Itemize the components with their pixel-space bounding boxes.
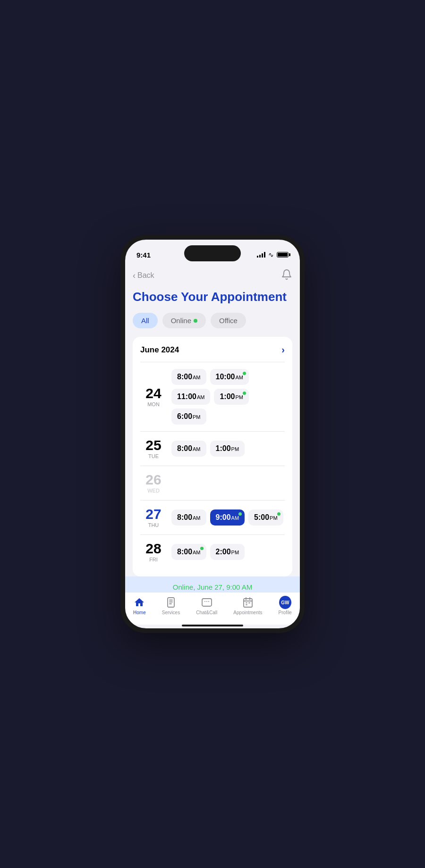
filter-tab-all[interactable]: All <box>133 313 158 328</box>
tab-appointments-label: Appointments <box>233 610 262 615</box>
tab-profile[interactable]: GW Profile <box>279 596 292 615</box>
online-dot-fri-800 <box>200 547 204 550</box>
filter-tab-office[interactable]: Office <box>211 313 246 328</box>
slots-grid-fri: 8:00 AM 2:00 PM <box>171 544 285 560</box>
filter-tab-online[interactable]: Online <box>162 313 206 328</box>
tab-profile-label: Profile <box>279 610 292 615</box>
time-slot-tue-100pm[interactable]: 1:00 PM <box>210 441 245 457</box>
time-slot-mon-800am[interactable]: 8:00 AM <box>171 369 206 385</box>
calendar-card: June 2024 › 24 MON 8:00 AM <box>133 337 292 576</box>
slots-grid-thu: 8:00 AM 9:00 AM <box>171 509 285 526</box>
day-row-wed: 26 WED <box>140 466 285 501</box>
time-slot-fri-200pm[interactable]: 2:00 PM <box>210 544 245 560</box>
selected-appointment-info: Online, June 27, 9:00 AM <box>133 583 292 591</box>
dynamic-island <box>184 245 241 261</box>
nav-header: ‹ Back <box>133 265 292 290</box>
bell-icon[interactable] <box>281 269 292 282</box>
time-slot-fri-800am[interactable]: 8:00 AM <box>171 544 206 560</box>
avatar: GW <box>279 596 291 609</box>
time-slot-mon-1000am[interactable]: 10:00 AM <box>210 369 249 385</box>
time-slot-thu-900am[interactable]: 9:00 AM <box>210 509 245 526</box>
time-slot-mon-100pm[interactable]: 1:00 PM <box>214 389 249 405</box>
page-title: Choose Your Appointment <box>133 290 292 304</box>
day-label-28: 28 FRI <box>140 542 167 562</box>
day-row-thu: 27 THU 8:00 AM 9:00 <box>140 501 285 535</box>
day-label-27: 27 THU <box>140 507 167 528</box>
time-slot-tue-800am[interactable]: 8:00 AM <box>171 441 206 457</box>
tab-home[interactable]: Home <box>133 596 146 615</box>
status-icons: ∿ <box>257 251 289 259</box>
battery-icon <box>277 252 289 258</box>
back-label: Back <box>137 271 154 280</box>
online-dot-thu-900 <box>238 512 242 516</box>
main-content: ‹ Back Choose Your Appointment All <box>125 265 300 592</box>
day-label-24: 24 MON <box>140 386 167 407</box>
svg-rect-8 <box>244 599 252 607</box>
time-slot-thu-800am[interactable]: 8:00 AM <box>171 509 206 526</box>
tab-services[interactable]: Services <box>162 596 180 615</box>
tab-chatcall-label: Chat&Call <box>196 610 217 615</box>
time-slot-mon-600pm[interactable]: 6:00 PM <box>171 409 206 425</box>
status-time: 9:41 <box>136 251 151 259</box>
tab-home-label: Home <box>133 610 146 615</box>
home-indicator <box>182 625 243 626</box>
next-month-button[interactable]: › <box>281 344 285 355</box>
services-icon <box>165 596 177 609</box>
online-dot-mon-1000 <box>243 372 246 375</box>
back-button[interactable]: ‹ Back <box>133 271 154 281</box>
bottom-selection: Online, June 27, 9:00 AM Next › <box>125 576 300 592</box>
home-icon <box>133 596 145 609</box>
slots-grid-mon: 8:00 AM 10:00 AM <box>171 369 285 425</box>
svg-rect-0 <box>168 598 174 607</box>
profile-icon: GW <box>279 596 291 609</box>
time-slot-mon-1100am[interactable]: 11:00 AM <box>171 389 210 405</box>
tab-services-label: Services <box>162 610 180 615</box>
svg-rect-4 <box>202 599 212 606</box>
day-label-25: 25 TUE <box>140 438 167 459</box>
tab-bar: Home Services <box>125 592 300 625</box>
online-dot-thu-500pm <box>277 512 280 516</box>
chat-icon <box>201 596 213 609</box>
day-row-fri: 28 FRI 8:00 AM 2:00 <box>140 535 285 569</box>
tab-chatcall[interactable]: Chat&Call <box>196 596 217 615</box>
online-dot-mon-100pm <box>243 392 246 395</box>
day-label-26: 26 WED <box>140 473 167 493</box>
slots-grid-tue: 8:00 AM 1:00 PM <box>171 441 285 457</box>
tab-appointments[interactable]: Appointments <box>233 596 262 615</box>
filter-tabs: All Online Office <box>133 313 292 328</box>
signal-icon <box>257 252 265 258</box>
month-title: June 2024 <box>140 345 179 355</box>
day-row-tue: 25 TUE 8:00 AM 1:00 <box>140 432 285 466</box>
back-chevron-icon: ‹ <box>133 271 136 281</box>
wifi-icon: ∿ <box>268 251 274 259</box>
appointments-icon <box>242 596 254 609</box>
day-row-mon: 24 MON 8:00 AM 10:00 <box>140 362 285 432</box>
calendar-header: June 2024 › <box>140 344 285 362</box>
time-slot-thu-500pm[interactable]: 5:00 PM <box>248 509 283 526</box>
online-indicator-dot <box>194 319 197 323</box>
